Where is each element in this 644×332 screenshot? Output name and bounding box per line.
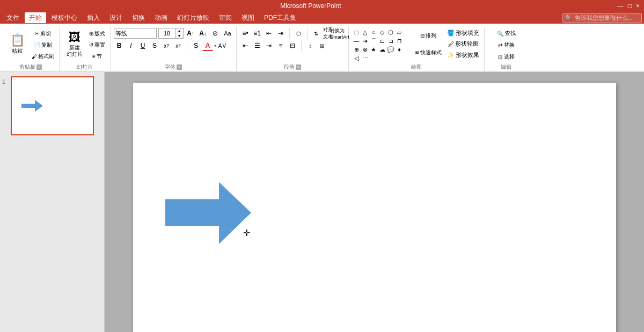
- layout-icon: ⊞: [89, 31, 93, 37]
- decrease-font-btn[interactable]: A↓: [197, 28, 208, 38]
- shape-hex[interactable]: ⬡: [386, 28, 395, 37]
- menu-slideshow[interactable]: 幻灯片放映: [173, 12, 214, 23]
- menu-review[interactable]: 审阅: [215, 12, 236, 23]
- shape-diamond[interactable]: ◇: [378, 28, 386, 37]
- menu-templates[interactable]: 模板中心: [47, 12, 82, 23]
- font-size-down[interactable]: ▼: [175, 33, 183, 38]
- bullets-btn[interactable]: ≡•: [240, 28, 251, 39]
- shape-bracket3[interactable]: ⊓: [395, 37, 404, 45]
- shape-plus[interactable]: ⊕: [352, 45, 361, 54]
- shape-arrow[interactable]: ➜: [361, 37, 369, 45]
- paste-button[interactable]: 📋 粘贴: [5, 28, 29, 60]
- shape-x[interactable]: ⊗: [361, 45, 369, 54]
- svg-marker-1: [165, 182, 251, 244]
- section-button[interactable]: ≡节: [87, 52, 107, 61]
- increase-font-btn[interactable]: A↑: [185, 28, 196, 38]
- subscript-btn[interactable]: x2: [161, 40, 172, 51]
- shape-heart[interactable]: ♦: [395, 45, 404, 54]
- font-expand[interactable]: ↘: [177, 64, 182, 70]
- decrease-indent-btn[interactable]: ⇤: [264, 28, 274, 39]
- italic-btn[interactable]: I: [126, 40, 136, 51]
- quick-styles-btn[interactable]: ≋ 快速样式: [413, 48, 443, 57]
- menu-pdf[interactable]: PDF工具集: [260, 12, 301, 23]
- ribbon-group-paragraph: ≡• ≡1 ⇤ ⇥ ⬡ ⇅ 对齐文本 转换为SmartArt ⇤ ☰ ⇥ ≡: [237, 27, 349, 72]
- font-color-dropdown[interactable]: ▾: [214, 44, 216, 48]
- menu-bar: 文件 开始 模板中心 插入 设计 切换 动画 幻灯片放映 审阅 视图 PDF工具…: [0, 12, 644, 24]
- increase-indent-btn[interactable]: ⇥: [275, 28, 286, 39]
- clipboard-expand[interactable]: ↘: [36, 64, 42, 70]
- menu-transitions[interactable]: 切换: [128, 12, 149, 23]
- numbering-btn[interactable]: ≡1: [252, 28, 262, 39]
- remove-bg-btn[interactable]: ⊞: [317, 40, 327, 51]
- editing-label: 编辑: [488, 62, 524, 71]
- align-left-btn[interactable]: ⇤: [240, 40, 251, 51]
- shape-callout[interactable]: 💬: [386, 45, 395, 54]
- convert-smartart-btn[interactable]: 转换为SmartArt: [334, 28, 345, 39]
- superscript-btn[interactable]: x2: [173, 40, 184, 51]
- arrange-btn[interactable]: ⊟ 排列: [413, 31, 443, 41]
- shape-circle[interactable]: ○: [369, 28, 378, 37]
- underline-btn[interactable]: U: [137, 40, 148, 51]
- format-painter-button[interactable]: 🖌 格式刷: [30, 52, 56, 61]
- bold-btn[interactable]: B: [114, 40, 125, 51]
- title-bar: Microsoft PowerPoint — □ ×: [0, 0, 644, 12]
- character-spacing-btn[interactable]: AV: [217, 40, 228, 51]
- shape-para[interactable]: ▱: [395, 28, 404, 37]
- font-size-input[interactable]: [159, 28, 175, 38]
- shape-notch[interactable]: ◁: [352, 54, 361, 62]
- col-left-btn[interactable]: ⬡: [293, 28, 304, 39]
- shape-star[interactable]: ★: [369, 45, 378, 54]
- replace-btn[interactable]: ⇄ 替换: [488, 40, 524, 50]
- line-spacing-btn[interactable]: ↕: [305, 40, 316, 51]
- canvas-area[interactable]: ✛: [105, 72, 644, 332]
- shape-line[interactable]: —: [352, 37, 361, 45]
- cut-icon: ✂: [35, 31, 39, 37]
- search-input[interactable]: [575, 15, 639, 21]
- slide-canvas[interactable]: ✛: [133, 83, 616, 332]
- menu-home[interactable]: 开始: [25, 12, 46, 23]
- menu-design[interactable]: 设计: [105, 12, 127, 23]
- paragraph-expand[interactable]: ↘: [296, 64, 301, 70]
- shape-bracket2[interactable]: ⊐: [386, 37, 395, 45]
- cut-button[interactable]: ✂ 剪切: [30, 29, 56, 39]
- shape-fill-btn[interactable]: 🪣 形状填充: [445, 28, 481, 38]
- align-right-btn[interactable]: ⇥: [264, 40, 274, 51]
- copy-button[interactable]: 📄 复制: [30, 40, 56, 50]
- layout-button[interactable]: ⊞版式: [87, 29, 107, 39]
- shape-effects-btn[interactable]: ✨ 形状效果: [445, 50, 481, 60]
- arrow-shape[interactable]: [165, 182, 251, 244]
- find-btn[interactable]: 🔍 查找: [488, 28, 524, 38]
- col-text-btn[interactable]: ⊟: [287, 40, 298, 51]
- justify-btn[interactable]: ≡: [275, 40, 286, 51]
- shape-misc[interactable]: ⋯: [361, 54, 369, 62]
- align-center-btn[interactable]: ☰: [252, 40, 262, 51]
- shape-outline-btn[interactable]: 🖊 形状轮廓: [445, 39, 481, 49]
- new-slide-button[interactable]: 🖼 新建幻灯片: [63, 28, 86, 60]
- maximize-btn[interactable]: □: [628, 2, 632, 10]
- reset-button[interactable]: ↺重置: [87, 40, 107, 50]
- shape-curve[interactable]: ⌒: [369, 37, 378, 45]
- select-btn[interactable]: ⊡ 选择: [488, 52, 524, 62]
- shape-cloud[interactable]: ☁: [378, 45, 386, 54]
- shape-rect[interactable]: □: [352, 28, 361, 37]
- menu-animations[interactable]: 动画: [150, 12, 172, 23]
- text-direction-btn[interactable]: ⇅: [311, 28, 321, 39]
- close-btn[interactable]: ×: [636, 2, 640, 10]
- strikethrough-btn[interactable]: S: [149, 40, 160, 51]
- shape-bracket1[interactable]: ⊏: [378, 37, 386, 45]
- paragraph-label: 段落 ↘: [240, 62, 345, 71]
- minimize-btn[interactable]: —: [617, 2, 624, 10]
- slide-thumbnail-1[interactable]: [11, 76, 94, 135]
- change-case-btn[interactable]: Aa: [222, 28, 233, 38]
- font-color-btn[interactable]: A: [202, 40, 213, 51]
- font-size-up[interactable]: ▲: [175, 28, 183, 33]
- menu-view[interactable]: 视图: [237, 12, 259, 23]
- font-shadow-btn[interactable]: S: [191, 40, 201, 51]
- menu-file[interactable]: 文件: [2, 12, 24, 23]
- search-box: 🔍: [562, 13, 642, 23]
- clear-format-btn[interactable]: ⊘: [210, 28, 221, 38]
- replace-icon: ⇄: [498, 42, 502, 48]
- font-name-input[interactable]: [114, 28, 157, 39]
- menu-insert[interactable]: 插入: [83, 12, 104, 23]
- shape-triangle[interactable]: △: [361, 28, 369, 37]
